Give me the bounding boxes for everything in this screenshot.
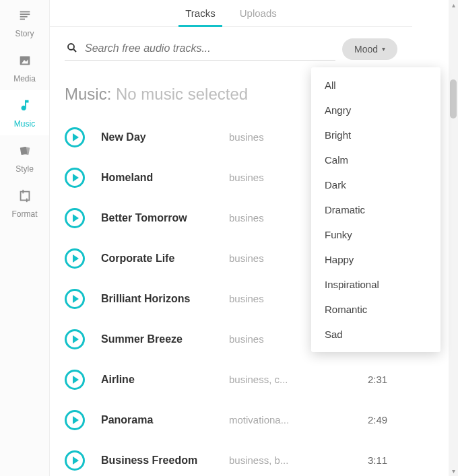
- scroll-up-icon[interactable]: ▴: [449, 1, 458, 9]
- mood-option[interactable]: Funky: [311, 222, 440, 247]
- track-title: Airline: [101, 374, 229, 386]
- scroll-thumb[interactable]: [450, 79, 457, 118]
- mood-option[interactable]: Happy: [311, 247, 440, 272]
- scroll-down-icon[interactable]: ▾: [449, 467, 458, 475]
- panel-scrollbar[interactable]: ▴ ▾: [449, 0, 458, 476]
- tab-tracks[interactable]: Tracks: [185, 0, 215, 26]
- search-icon: [66, 42, 85, 56]
- chevron-down-icon: ▾: [382, 45, 385, 53]
- sidebar-item-style[interactable]: Style: [0, 135, 49, 180]
- crop-icon: [18, 189, 32, 205]
- play-button[interactable]: [65, 248, 85, 269]
- mood-option[interactable]: Sad: [311, 322, 440, 347]
- track-title: Homeland: [101, 172, 229, 184]
- track-tags: business, b...: [229, 454, 368, 466]
- sidebar-item-label: Story: [15, 29, 34, 38]
- sidebar-item-label: Media: [13, 74, 36, 83]
- music-note-icon: [18, 98, 32, 115]
- track-duration: 3:11: [368, 454, 397, 466]
- music-panel: Tracks Uploads Mood ▾ Music: No music se…: [50, 0, 458, 476]
- track-duration: 2:49: [368, 414, 397, 426]
- track-row[interactable]: Panoramamotivationa...2:49: [65, 400, 397, 440]
- sidebar-item-label: Format: [11, 209, 37, 219]
- svg-point-11: [68, 44, 74, 50]
- track-tags: motivationa...: [229, 414, 368, 426]
- mood-dropdown: AllAngryBrightCalmDarkDramaticFunkyHappy…: [311, 67, 440, 352]
- cards-icon: [18, 143, 32, 160]
- sidebar-item-label: Style: [15, 164, 34, 174]
- play-button[interactable]: [65, 410, 85, 430]
- mood-option[interactable]: Dark: [311, 172, 440, 197]
- sidebar-item-story[interactable]: Story: [0, 0, 49, 45]
- play-button[interactable]: [65, 329, 85, 349]
- sidebar-item-music[interactable]: Music: [0, 90, 49, 135]
- heading-status: No music selected: [116, 85, 248, 103]
- track-title: Corporate Life: [101, 252, 229, 265]
- left-sidebar: Story Media Music Style Format: [0, 0, 50, 476]
- play-button[interactable]: [65, 208, 85, 228]
- search-input[interactable]: [85, 42, 334, 55]
- track-duration: 2:31: [368, 374, 397, 385]
- mood-option[interactable]: Calm: [311, 147, 440, 172]
- track-title: New Day: [101, 131, 229, 143]
- play-button[interactable]: [65, 168, 85, 188]
- mood-option[interactable]: Inspirational: [311, 272, 440, 297]
- track-title: Summer Breeze: [101, 333, 229, 345]
- track-row[interactable]: Airlinebusiness, c...2:31: [65, 360, 397, 400]
- track-title: Better Tomorrow: [101, 212, 229, 224]
- mood-option[interactable]: All: [311, 73, 440, 98]
- mood-filter-label: Mood: [354, 44, 378, 55]
- lines-icon: [18, 8, 32, 25]
- mood-option[interactable]: Romantic: [311, 297, 440, 322]
- track-row[interactable]: Business Freedombusiness, b...3:11: [65, 440, 397, 476]
- tab-uploads[interactable]: Uploads: [240, 0, 277, 26]
- sidebar-item-media[interactable]: Media: [0, 45, 49, 90]
- track-tabs: Tracks Uploads: [50, 0, 412, 27]
- image-icon: [18, 53, 32, 70]
- track-tags: business, c...: [229, 374, 368, 385]
- svg-line-12: [73, 49, 76, 52]
- mood-option[interactable]: Angry: [311, 98, 440, 123]
- heading-prefix: Music:: [65, 85, 111, 103]
- play-button[interactable]: [65, 450, 85, 471]
- sidebar-item-label: Music: [14, 119, 35, 129]
- track-title: Brilliant Horizons: [101, 293, 229, 305]
- play-button[interactable]: [65, 289, 85, 309]
- svg-rect-7: [22, 147, 30, 155]
- play-button[interactable]: [65, 127, 85, 147]
- play-button[interactable]: [65, 370, 85, 390]
- search-box: [65, 38, 335, 61]
- mood-option[interactable]: Dramatic: [311, 197, 440, 222]
- sidebar-item-format[interactable]: Format: [0, 180, 49, 226]
- track-title: Panorama: [101, 414, 229, 426]
- mood-option[interactable]: Bright: [311, 123, 440, 147]
- track-title: Business Freedom: [101, 454, 229, 467]
- svg-rect-8: [20, 192, 29, 201]
- mood-filter-button[interactable]: Mood ▾: [342, 38, 397, 60]
